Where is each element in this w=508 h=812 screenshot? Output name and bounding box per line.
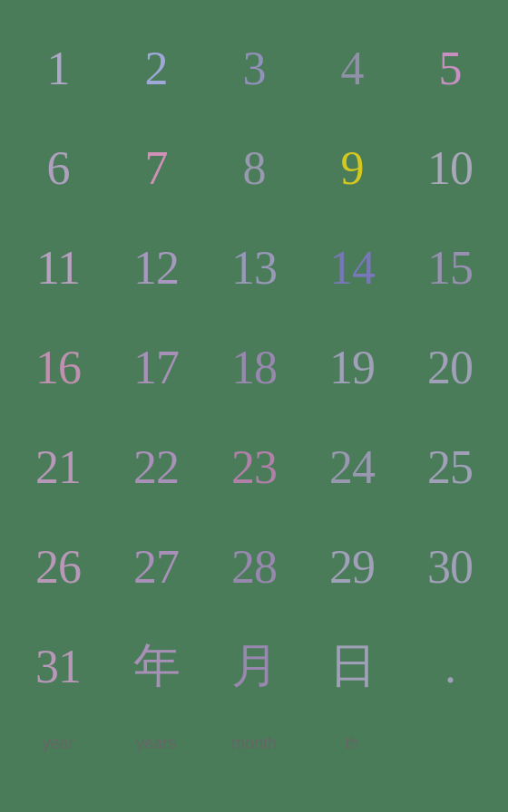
number-cell-18: 18 [205, 317, 303, 417]
number-cell-19: 19 [303, 317, 401, 417]
label-cell-3: th [303, 725, 401, 761]
number-cell-6: 6 [9, 118, 107, 218]
number-cell-8: 8 [205, 118, 303, 218]
number-cell-1: 1 [9, 18, 107, 118]
number-cell-28: 28 [205, 517, 303, 616]
kanji-cell-3: 日 [303, 616, 401, 716]
number-cell-13: 13 [205, 218, 303, 317]
number-cell-26: 26 [9, 517, 107, 616]
kanji-row: 31年月日. [9, 616, 499, 716]
number-cell-23: 23 [205, 417, 303, 517]
kanji-cell-2: 月 [205, 616, 303, 716]
number-cell-29: 29 [303, 517, 401, 616]
number-cell-4: 4 [303, 18, 401, 118]
number-cell-27: 27 [107, 517, 205, 616]
number-cell-3: 3 [205, 18, 303, 118]
number-cell-5: 5 [401, 18, 499, 118]
number-cell-11: 11 [9, 218, 107, 317]
kanji-cell-0: 31 [9, 616, 107, 716]
label-cell-0: year [9, 725, 107, 761]
label-cell-4 [401, 725, 499, 761]
number-cell-22: 22 [107, 417, 205, 517]
number-cell-16: 16 [9, 317, 107, 417]
kanji-cell-1: 年 [107, 616, 205, 716]
label-cell-2: month [205, 725, 303, 761]
number-grid: 1234567891011121314151617181920212223242… [9, 18, 499, 616]
number-cell-14: 14 [303, 218, 401, 317]
number-cell-2: 2 [107, 18, 205, 118]
kanji-cell-4: . [401, 616, 499, 716]
number-cell-9: 9 [303, 118, 401, 218]
number-cell-25: 25 [401, 417, 499, 517]
number-cell-17: 17 [107, 317, 205, 417]
number-cell-15: 15 [401, 218, 499, 317]
number-cell-7: 7 [107, 118, 205, 218]
number-cell-21: 21 [9, 417, 107, 517]
number-cell-20: 20 [401, 317, 499, 417]
bottom-labels: yearyearsmonthth [9, 725, 499, 761]
number-cell-10: 10 [401, 118, 499, 218]
number-cell-24: 24 [303, 417, 401, 517]
number-cell-30: 30 [401, 517, 499, 616]
number-cell-12: 12 [107, 218, 205, 317]
label-cell-1: years [107, 725, 205, 761]
